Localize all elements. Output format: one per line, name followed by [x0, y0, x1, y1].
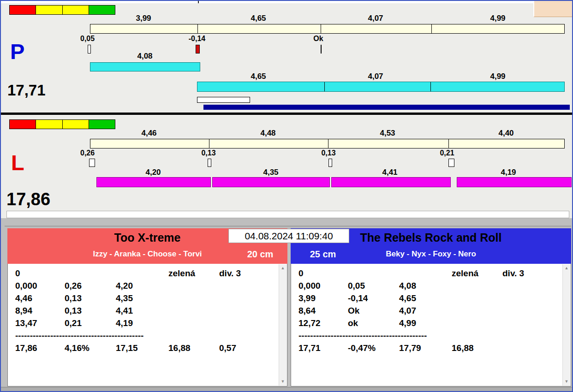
panel-shadow — [5, 226, 571, 227]
bar-label: 4,65 — [235, 72, 281, 80]
table-row: 8,94 0,13 4,41 — [8, 304, 287, 317]
table-row: 8,64 Ok 4,07 — [291, 304, 571, 317]
right-team-results-list: 0 zelená div. 3 0,000 0,05 4,08 3,99 -0,… — [291, 264, 571, 386]
lane-l-total-time: 17,86 — [6, 190, 50, 208]
split-label: 4,99 — [475, 14, 521, 22]
scroll-down-icon[interactable]: ▼ — [279, 380, 286, 384]
mark-label: 0,26 — [80, 149, 95, 157]
mark-label: 0,13 — [185, 149, 232, 157]
table-cell: 4,65 — [399, 292, 416, 304]
start-marker — [89, 159, 95, 167]
mark-label: Ok — [295, 35, 341, 42]
separator-dashes: ----------------------------------------… — [298, 329, 427, 342]
red-light-icon — [9, 5, 36, 15]
split-label: 4,48 — [245, 129, 291, 137]
mark-label: -0,14 — [174, 35, 220, 42]
lane-l-start-lights — [9, 119, 115, 129]
table-cell: div. 3 — [502, 267, 524, 279]
lane-p-total-time: 17,71 — [7, 83, 46, 98]
table-row: 0,000 0,05 4,08 — [291, 279, 571, 292]
table-row: 0,000 0,26 4,20 — [8, 279, 287, 292]
bar-label: 4,20 — [130, 168, 176, 176]
lane-l-letter: L — [11, 152, 24, 173]
table-cell: 4,19 — [116, 317, 133, 329]
left-team-jump-height: 20 cm — [237, 249, 283, 260]
background-window-fragment — [533, 1, 573, 17]
right-team-subheader: Beky - Nyx - Foxy - Nero 25 cm — [291, 246, 571, 264]
table-cell: 8,64 — [298, 304, 316, 317]
mark-label: 0,13 — [305, 149, 352, 157]
mark-label: 0,21 — [424, 149, 470, 157]
table-cell: zelená — [168, 267, 195, 279]
table-cell: 0,26 — [65, 279, 82, 292]
table-cell: 0,13 — [65, 292, 82, 304]
green-light-icon — [89, 5, 115, 15]
table-cell: 12,72 — [298, 317, 321, 329]
table-row: 0 zelená div. 3 — [291, 267, 571, 279]
red-light-icon — [9, 119, 36, 129]
right-results-scrollbar[interactable]: ▲ ▼ — [562, 264, 570, 386]
table-separator-row: ----------------------------------------… — [291, 329, 571, 342]
lane-l-dog-bar — [212, 177, 330, 187]
table-cell: 17,71 — [298, 342, 321, 354]
table-cell: 3,99 — [298, 292, 316, 304]
scroll-up-icon[interactable]: ▲ — [563, 266, 570, 270]
table-cell: 4,20 — [116, 279, 133, 292]
fault-marker — [196, 45, 200, 53]
split-label: 4,53 — [364, 129, 411, 137]
ruler-tick — [431, 24, 432, 33]
table-totals-row: 17,71 -0,47% 17,79 16,88 — [291, 342, 571, 354]
lane-p-first-dog-bar — [90, 62, 200, 71]
left-team-results-list: 0 zelená div. 3 0,000 0,26 4,20 4,46 0,1… — [7, 264, 287, 386]
split-label: 4,65 — [235, 14, 281, 22]
ok-marker — [321, 45, 322, 53]
change-marker — [448, 159, 454, 167]
ruler-tick — [321, 24, 321, 33]
lane-l-dog-bar — [457, 177, 572, 187]
lane-l-dog-bar — [331, 177, 451, 187]
lane-p-progress-bar — [203, 105, 570, 110]
lane-divider — [1, 113, 572, 115]
split-label: 3,99 — [120, 14, 167, 22]
scroll-down-icon[interactable]: ▼ — [563, 380, 570, 384]
table-cell: 4,35 — [116, 292, 133, 304]
bar-label: 4,41 — [367, 168, 413, 176]
bar-label: 4,99 — [475, 72, 521, 80]
yellow-light-icon — [63, 5, 89, 15]
table-cell: 0,57 — [219, 342, 236, 354]
lane-l-ruler — [90, 139, 565, 148]
change-marker — [208, 159, 211, 167]
bar-label: 4,07 — [352, 72, 399, 80]
yellow-light-icon — [63, 119, 89, 129]
table-cell: 4,46 — [15, 292, 32, 304]
ruler-tick — [209, 139, 209, 148]
table-cell: div. 3 — [219, 267, 241, 279]
left-results-scrollbar[interactable]: ▲ ▼ — [279, 264, 286, 386]
top-edge-strip — [1, 1, 572, 3]
ruler-tick — [448, 139, 449, 148]
ruler-tick — [328, 139, 328, 148]
top-tick-mark — [198, 1, 199, 3]
separator-dashes: ----------------------------------------… — [15, 329, 143, 342]
table-cell: 4,99 — [399, 317, 416, 329]
table-cell: 0,13 — [65, 304, 82, 317]
table-separator-row: ----------------------------------------… — [8, 329, 287, 342]
table-cell: 16,88 — [452, 342, 474, 354]
bar-divider-tick — [430, 82, 431, 91]
mark-label: 0,05 — [80, 35, 95, 42]
change-marker — [328, 159, 332, 167]
yellow-light-icon — [36, 119, 62, 129]
table-cell: 0,000 — [15, 279, 37, 292]
table-cell: 0,21 — [65, 317, 82, 329]
lane-p-ruler — [90, 24, 565, 34]
lane-p-start-lights — [9, 5, 115, 15]
bar-divider-tick — [324, 82, 325, 91]
table-row: 4,46 0,13 4,35 — [8, 292, 287, 304]
table-cell: 0,000 — [298, 279, 321, 292]
table-cell: ok — [348, 317, 358, 329]
left-team-subheader: Izzy - Aranka - Choose - Torvi 20 cm — [7, 246, 287, 264]
bar-label: 4,35 — [248, 168, 294, 176]
lane-p-small-bar — [197, 97, 250, 103]
table-cell: 0 — [15, 267, 20, 279]
scroll-up-icon[interactable]: ▲ — [279, 266, 286, 270]
